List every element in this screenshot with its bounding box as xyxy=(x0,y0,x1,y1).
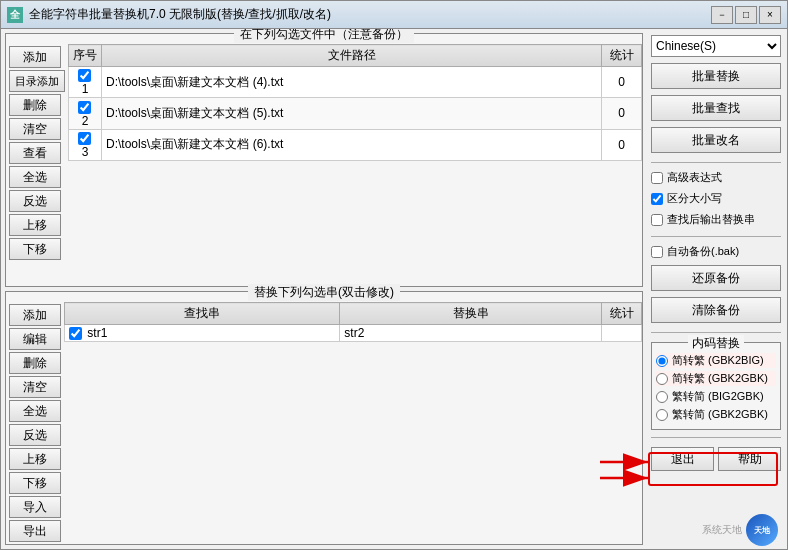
advanced-expr-row: 高级表达式 xyxy=(651,170,781,185)
clear-backup-button[interactable]: 清除备份 xyxy=(651,297,781,323)
delete-file-button[interactable]: 删除 xyxy=(9,94,61,116)
help-button[interactable]: 帮助 xyxy=(718,447,781,471)
file-list-section: 在下列勾选文件中（注意备份） 添加 目录添加 删除 清空 查看 全选 反选 上移… xyxy=(5,33,643,287)
clear-replace-button[interactable]: 清空 xyxy=(9,376,61,398)
maximize-button[interactable]: □ xyxy=(735,6,757,24)
divider-1 xyxy=(651,162,781,163)
file-row-checkbox[interactable] xyxy=(78,101,91,114)
output-after-find-checkbox[interactable] xyxy=(651,214,663,226)
batch-find-button[interactable]: 批量查找 xyxy=(651,95,781,121)
file-row-path: D:\tools\桌面\新建文本文档 (5).txt xyxy=(102,98,602,129)
main-content: 在下列勾选文件中（注意备份） 添加 目录添加 删除 清空 查看 全选 反选 上移… xyxy=(1,29,787,549)
col-header-path: 文件路径 xyxy=(102,45,602,67)
language-select-row: Chinese(S) English xyxy=(651,35,781,57)
file-table-area: 序号 文件路径 统计 1 D:\tools\桌面\新建文本文档 (4).txt … xyxy=(68,44,642,286)
file-row-checkbox[interactable] xyxy=(78,69,91,82)
file-row-num: 2 xyxy=(69,98,102,129)
right-panel: Chinese(S) English 批量替换 批量查找 批量改名 高级表达式 … xyxy=(647,29,787,549)
file-row-stats: 0 xyxy=(602,98,642,129)
case-sensitive-row: 区分大小写 xyxy=(651,191,781,206)
inner-code-label-3: 繁转简 (GBK2GBK) xyxy=(672,407,768,422)
case-sensitive-label: 区分大小写 xyxy=(667,191,722,206)
language-select[interactable]: Chinese(S) English xyxy=(651,35,781,57)
output-after-find-row: 查找后输出替换串 xyxy=(651,212,781,227)
inner-code-radio-row: 繁转简 (BIG2GBK) xyxy=(656,389,776,404)
select-all-replace-button[interactable]: 全选 xyxy=(9,400,61,422)
batch-replace-button[interactable]: 批量替换 xyxy=(651,63,781,89)
file-row-stats: 0 xyxy=(602,129,642,160)
restore-backup-button[interactable]: 还原备份 xyxy=(651,265,781,291)
col-header-stats2: 统计 xyxy=(602,303,642,325)
batch-rename-button[interactable]: 批量改名 xyxy=(651,127,781,153)
view-file-button[interactable]: 查看 xyxy=(9,142,61,164)
inner-code-radio-row: 简转繁 (GBK2GBK) xyxy=(656,371,776,386)
invert-select-file-button[interactable]: 反选 xyxy=(9,190,61,212)
replace-table: 查找串 替换串 统计 str1 str2 xyxy=(64,302,642,342)
replace-row-find: str1 xyxy=(65,325,340,342)
bottom-buttons: 退出 帮助 xyxy=(651,447,781,471)
clear-file-button[interactable]: 清空 xyxy=(9,118,61,140)
replace-list-section: 替换下列勾选串(双击修改) 添加 编辑 删除 清空 全选 反选 上移 下移 导入… xyxy=(5,291,643,545)
file-table-row[interactable]: 2 D:\tools\桌面\新建文本文档 (5).txt 0 xyxy=(69,98,642,129)
export-button[interactable]: 导出 xyxy=(9,520,61,542)
case-sensitive-checkbox[interactable] xyxy=(651,193,663,205)
file-row-num: 1 xyxy=(69,67,102,98)
inner-code-radio-2[interactable] xyxy=(656,391,668,403)
close-button[interactable]: × xyxy=(759,6,781,24)
inner-code-radio-1[interactable] xyxy=(656,373,668,385)
inner-code-options: 简转繁 (GBK2BIG)简转繁 (GBK2GBK)繁转简 (BIG2GBK)繁… xyxy=(656,353,776,422)
inner-code-radio-3[interactable] xyxy=(656,409,668,421)
add-file-button[interactable]: 添加 xyxy=(9,46,61,68)
move-up-file-button[interactable]: 上移 xyxy=(9,214,61,236)
main-window: 全 全能字符串批量替换机7.0 无限制版(替换/查找/抓取/改名) － □ × … xyxy=(0,0,788,550)
col-header-replace: 替换串 xyxy=(340,303,602,325)
col-header-num: 序号 xyxy=(69,45,102,67)
inner-code-title: 内码替换 xyxy=(688,335,744,352)
exit-button[interactable]: 退出 xyxy=(651,447,714,471)
replace-table-row[interactable]: str1 str2 xyxy=(65,325,642,342)
inner-code-radio-row: 繁转简 (GBK2GBK) xyxy=(656,407,776,422)
window-controls: － □ × xyxy=(711,6,781,24)
add-replace-button[interactable]: 添加 xyxy=(9,304,61,326)
file-row-path: D:\tools\桌面\新建文本文档 (6).txt xyxy=(102,129,602,160)
inner-code-radio-row: 简转繁 (GBK2BIG) xyxy=(656,353,776,368)
file-row-checkbox[interactable] xyxy=(78,132,91,145)
divider-4 xyxy=(651,437,781,438)
file-table-row[interactable]: 1 D:\tools\桌面\新建文本文档 (4).txt 0 xyxy=(69,67,642,98)
edit-replace-button[interactable]: 编辑 xyxy=(9,328,61,350)
auto-backup-label: 自动备份(.bak) xyxy=(667,244,739,259)
file-buttons: 添加 目录添加 删除 清空 查看 全选 反选 上移 下移 xyxy=(6,44,68,286)
file-list-title: 在下列勾选文件中（注意备份） xyxy=(234,29,414,43)
move-down-replace-button[interactable]: 下移 xyxy=(9,472,61,494)
replace-row-checkbox[interactable] xyxy=(69,327,82,340)
replace-row-stats xyxy=(602,325,642,342)
import-button[interactable]: 导入 xyxy=(9,496,61,518)
add-dir-button[interactable]: 目录添加 xyxy=(9,70,65,92)
inner-code-label-2: 繁转简 (BIG2GBK) xyxy=(672,389,764,404)
col-header-stats: 统计 xyxy=(602,45,642,67)
divider-3 xyxy=(651,332,781,333)
replace-list-title: 替换下列勾选串(双击修改) xyxy=(248,284,400,301)
auto-backup-row: 自动备份(.bak) xyxy=(651,244,781,259)
invert-replace-button[interactable]: 反选 xyxy=(9,424,61,446)
replace-buttons: 添加 编辑 删除 清空 全选 反选 上移 下移 导入 导出 xyxy=(6,302,64,544)
output-after-find-label: 查找后输出替换串 xyxy=(667,212,755,227)
file-row-stats: 0 xyxy=(602,67,642,98)
inner-code-section: 内码替换 简转繁 (GBK2BIG)简转繁 (GBK2GBK)繁转简 (BIG2… xyxy=(651,342,781,430)
file-row-num: 3 xyxy=(69,129,102,160)
minimize-button[interactable]: － xyxy=(711,6,733,24)
replace-row-replace: str2 xyxy=(340,325,602,342)
move-up-replace-button[interactable]: 上移 xyxy=(9,448,61,470)
file-table-row[interactable]: 3 D:\tools\桌面\新建文本文档 (6).txt 0 xyxy=(69,129,642,160)
auto-backup-checkbox[interactable] xyxy=(651,246,663,258)
move-down-file-button[interactable]: 下移 xyxy=(9,238,61,260)
col-header-find: 查找串 xyxy=(65,303,340,325)
delete-replace-button[interactable]: 删除 xyxy=(9,352,61,374)
select-all-file-button[interactable]: 全选 xyxy=(9,166,61,188)
inner-code-radio-0[interactable] xyxy=(656,355,668,367)
advanced-expr-checkbox[interactable] xyxy=(651,172,663,184)
replace-table-area: 查找串 替换串 统计 str1 str2 xyxy=(64,302,642,544)
file-row-path: D:\tools\桌面\新建文本文档 (4).txt xyxy=(102,67,602,98)
inner-code-label-1: 简转繁 (GBK2GBK) xyxy=(672,371,768,386)
title-bar: 全 全能字符串批量替换机7.0 无限制版(替换/查找/抓取/改名) － □ × xyxy=(1,1,787,29)
